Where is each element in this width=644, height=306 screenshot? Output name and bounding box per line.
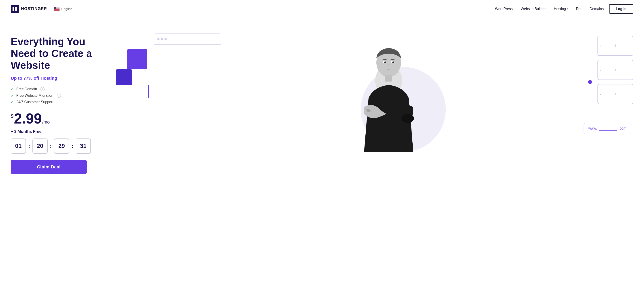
lang-label: English [61,7,72,11]
card-arrow-right-1: › [630,44,630,48]
vertical-line-2 [596,103,596,121]
feature-label-0: Free Domain [16,87,37,91]
check-icon: ✓ [11,87,14,91]
person-svg [351,36,427,152]
card-arrow-right-2: › [630,68,630,72]
card-arrow-left-2: ‹ [600,68,601,72]
nav-item-domains[interactable]: Domains [590,7,604,11]
flag-icon [54,7,60,11]
card-plus-1: + [614,43,617,49]
card-arrow-right-3: › [630,92,630,96]
card-arrow-left-1: ‹ [600,44,601,48]
feature-label-2: 24/7 Customer Support [16,100,53,104]
person-figure [351,36,427,152]
url-suffix: .com [618,127,626,130]
price-mo: /mo [42,120,50,125]
countdown-sep-1: : [28,143,30,150]
feature-free-migration: ✓ Free Website Migration ? [11,94,105,98]
ui-card-1-nav: ‹ + › [598,43,633,49]
ui-card-1: ‹ + › [598,36,633,56]
countdown-seconds: 29 [54,139,69,154]
check-icon-3: ✓ [11,100,14,104]
ui-cards: ‹ + › ‹ + › ‹ + › [598,36,633,104]
chevron-down-icon: ▾ [567,7,568,10]
info-icon-domain[interactable]: ? [40,87,44,91]
nav-link-wordpress[interactable]: WordPress [495,7,513,11]
hero-section: Everything You Need to Create a Website … [0,18,644,183]
hero-title: Everything You Need to Create a Website [11,36,105,71]
dashed-line [594,45,594,116]
countdown-sep-2: : [50,143,52,150]
svg-point-14 [384,61,386,63]
hero-subtitle: Up to 77% off Hosting [11,76,105,81]
svg-rect-11 [385,75,392,82]
nav-item-pro[interactable]: Pro [576,7,582,11]
nav-item-wordpress[interactable]: WordPress [495,7,513,11]
price-block: $ 2.99 /mo [11,112,105,126]
nav-link-pro[interactable]: Pro [576,7,582,11]
browser-mockup [154,33,221,45]
url-bar: www. .com [584,123,631,134]
navbar: HOSTINGER English WordPress Website Buil… [0,0,644,18]
svg-rect-8 [54,7,56,9]
countdown-timer: 01 : 20 : 29 : 31 [11,139,105,154]
browser-dot-3 [164,38,167,40]
nav-link-domains[interactable]: Domains [590,7,604,11]
nav-links: WordPress Website Builder Hosting ▾ Pro … [495,7,604,11]
card-plus-2: + [614,67,617,73]
vertical-line-1 [148,85,149,98]
url-www: www. [588,127,597,130]
logo-text: HOSTINGER [21,6,47,11]
svg-point-15 [392,61,394,63]
feature-free-domain: ✓ Free Domain ? [11,87,105,91]
nav-link-website-builder[interactable]: Website Builder [521,7,546,11]
claim-deal-button[interactable]: Claim Deal [11,160,87,174]
ui-card-2: ‹ + › [598,60,633,80]
price-extra: + 3 Months Free [11,129,105,134]
logo-link[interactable]: HOSTINGER [11,5,47,13]
subtitle-suffix: off Hosting [32,76,57,81]
countdown-hours: 01 [11,139,26,154]
hero-content: Everything You Need to Create a Website … [11,31,105,174]
language-selector[interactable]: English [54,7,72,11]
card-arrow-left-3: ‹ [600,92,601,96]
info-icon-migration[interactable]: ? [57,94,61,98]
price-row: $ 2.99 /mo [11,112,105,126]
purple-dot [588,80,592,84]
ui-card-3: ‹ + › [598,84,633,104]
svg-rect-7 [54,10,60,10]
discount-text: 77% [24,76,32,81]
subtitle-prefix: Up to [11,76,24,81]
logo-icon [11,5,19,13]
countdown-frames: 31 [76,139,91,154]
check-icon-2: ✓ [11,94,14,98]
purple-square-2 [116,69,132,85]
hero-visual: ‹ + › ‹ + › ‹ + › [114,31,633,143]
login-button[interactable]: Log in [609,4,633,14]
card-plus-3: + [614,91,617,97]
nav-item-hosting[interactable]: Hosting ▾ [554,7,568,11]
features-list: ✓ Free Domain ? ✓ Free Website Migration… [11,87,105,104]
countdown-minutes: 20 [32,139,48,154]
countdown-sep-3: : [72,143,74,150]
nav-link-hosting[interactable]: Hosting [554,7,566,11]
price-dollar: $ [11,113,14,119]
ui-card-2-nav: ‹ + › [598,67,633,73]
url-input-area [599,127,617,131]
ui-card-3-nav: ‹ + › [598,91,633,97]
price-main: 2.99 [14,112,42,126]
nav-item-website-builder[interactable]: Website Builder [521,7,546,11]
purple-square-1 [127,49,147,69]
svg-point-16 [402,114,414,123]
feature-label-1: Free Website Migration [16,94,53,98]
browser-dot-2 [161,38,163,40]
feature-support: ✓ 24/7 Customer Support [11,100,105,104]
browser-dot-1 [157,38,160,40]
